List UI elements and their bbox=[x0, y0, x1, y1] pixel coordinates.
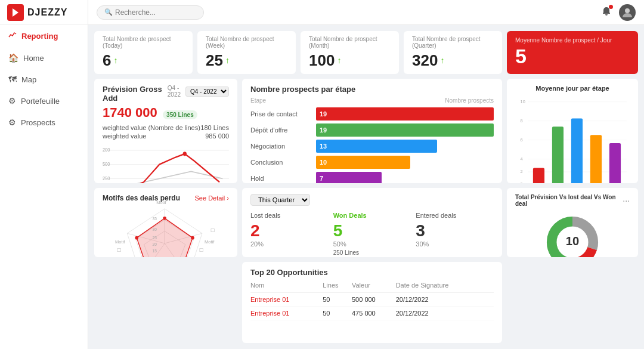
row2: Prévision Gross Add Q4 - 2022 Q4 - 2022 … bbox=[94, 79, 638, 183]
svg-rect-27 bbox=[571, 118, 583, 183]
prevision-title: Prévision Gross Add bbox=[103, 85, 168, 103]
stat-label-week: Total Nombre de prospect (Week) bbox=[206, 36, 287, 49]
radar-chart: Motif Motif Motif Motif Motif bbox=[103, 205, 229, 257]
svg-text:8: 8 bbox=[521, 118, 523, 123]
etape-bar-4: 7 bbox=[316, 172, 382, 183]
user-avatar[interactable] bbox=[619, 4, 636, 21]
spacer-right bbox=[507, 262, 638, 343]
etape-label-1: Dépôt d'offre bbox=[250, 126, 316, 134]
motifs-card: Motifs des deals perdu See Detail › Moti… bbox=[94, 188, 237, 257]
stat-card-today: Total Nombre de prospect (Today) 6 ↑ bbox=[94, 31, 193, 74]
svg-text:10: 10 bbox=[566, 234, 579, 247]
col-valeur: Valeur bbox=[352, 282, 396, 293]
search-box[interactable]: 🔍 bbox=[97, 5, 204, 20]
svg-text:25: 25 bbox=[153, 235, 157, 239]
etape-bar-2: 13 bbox=[316, 140, 437, 153]
svg-point-53 bbox=[135, 236, 138, 240]
prospects-etape-card: Nombre prospects par étape Etape Nombre … bbox=[242, 79, 502, 183]
stat-value-week: 25 ↑ bbox=[206, 51, 287, 70]
svg-text:20: 20 bbox=[153, 242, 157, 246]
row0-valeur: 500 000 bbox=[352, 293, 396, 307]
row1-nom[interactable]: Entreprise 01 bbox=[250, 307, 323, 320]
svg-text:☐: ☐ bbox=[117, 248, 121, 253]
etape-label-3: Conclusion bbox=[250, 159, 316, 166]
sidebar-item-reporting[interactable]: Reporting bbox=[0, 25, 88, 47]
opportunities-title: Top 20 Opportunities bbox=[250, 268, 494, 277]
col-nombre: Nombre prospects bbox=[445, 97, 494, 104]
prevision-card: Prévision Gross Add Q4 - 2022 Q4 - 2022 … bbox=[94, 79, 237, 183]
reporting-icon bbox=[8, 31, 17, 41]
svg-text:15: 15 bbox=[153, 249, 157, 253]
notification-bell[interactable] bbox=[601, 6, 612, 19]
lost-title: Lost deals bbox=[250, 212, 329, 219]
sidebar-item-map[interactable]: 🗺 Map bbox=[0, 69, 88, 90]
donut-chart: 10 bbox=[515, 209, 630, 257]
meta-label-2: weighted value bbox=[103, 132, 146, 140]
portefeuille-icon: ⚙ bbox=[8, 96, 16, 106]
won-pct: 50% bbox=[333, 240, 411, 248]
search-input[interactable] bbox=[115, 8, 199, 17]
svg-text:Motif: Motif bbox=[205, 239, 215, 245]
arrow-up-month: ↑ bbox=[337, 55, 341, 65]
svg-text:500: 500 bbox=[103, 162, 110, 167]
sidebar-item-prospects[interactable]: ⚙ Prospects bbox=[0, 112, 88, 133]
svg-text:0: 0 bbox=[521, 181, 523, 183]
svg-text:☐: ☐ bbox=[199, 248, 203, 253]
svg-rect-29 bbox=[609, 143, 621, 183]
won-title: Won Deals bbox=[333, 212, 411, 219]
svg-marker-0 bbox=[13, 8, 18, 17]
stat-value-quarter: 320 ↑ bbox=[412, 51, 494, 70]
logo-icon bbox=[7, 4, 24, 21]
map-icon: 🗺 bbox=[8, 75, 17, 84]
meta-label-1: weighted value (Nombre de lines) bbox=[103, 124, 200, 131]
row0-date: 20/12/2022 bbox=[396, 293, 494, 307]
sidebar-label-prospects: Prospects bbox=[21, 118, 55, 127]
won-value: 5 bbox=[333, 221, 411, 240]
opportunities-table: Nom Lines Valeur Date de Signature Entre… bbox=[250, 282, 494, 320]
arrow-up-week: ↑ bbox=[225, 55, 230, 65]
stat-value-month: 100 ↑ bbox=[309, 51, 391, 70]
table-row: Entreprise 01 50 475 000 20/12/2022 bbox=[250, 307, 494, 320]
prospects-etape-title: Nombre prospects par étape bbox=[250, 85, 494, 94]
prevision-quarter-label: Q4 - 2022 bbox=[168, 85, 183, 98]
row0-lines: 50 bbox=[323, 293, 352, 307]
row1-valeur: 475 000 bbox=[352, 307, 396, 320]
arrow-up-today: ↑ bbox=[113, 55, 117, 65]
prevision-badge: 350 Lines bbox=[163, 110, 197, 119]
svg-text:Motif: Motif bbox=[115, 239, 125, 245]
deals-period-select[interactable]: This Quarter bbox=[250, 194, 310, 206]
prospects-icon: ⚙ bbox=[8, 118, 16, 127]
etape-row-4: Hold 7 bbox=[250, 172, 494, 183]
prevision-chart: 200 500 250 0 Sep 01 Dec 28 bbox=[103, 143, 229, 183]
donut-menu-icon[interactable]: ··· bbox=[623, 196, 630, 205]
stat-cards-row: Total Nombre de prospect (Today) 6 ↑ Tot… bbox=[94, 31, 638, 74]
stat-card-month: Total Nombre de prospect (Month) 100 ↑ bbox=[301, 31, 399, 74]
etape-label-4: Hold bbox=[250, 175, 316, 182]
etape-bar-3: 10 bbox=[316, 156, 410, 169]
meta-val-1: 180 Lines bbox=[200, 124, 229, 131]
won-extra: 250 Lines 200 000 drd bbox=[333, 248, 411, 257]
table-row: Entreprise 01 50 500 000 20/12/2022 bbox=[250, 293, 494, 307]
stat-label-month: Total Nombre de prospect (Month) bbox=[309, 36, 391, 49]
prevision-value: 1740 000 bbox=[103, 105, 157, 120]
quarter-select[interactable]: Q4 - 2022 bbox=[185, 87, 229, 97]
svg-text:☐: ☐ bbox=[210, 228, 215, 233]
sidebar-label-reporting: Reporting bbox=[21, 32, 58, 41]
stat-label-today: Total Nombre de prospect (Today) bbox=[103, 36, 184, 49]
sidebar-label-portefeuille: Portefeuille bbox=[21, 97, 60, 106]
svg-point-1 bbox=[625, 8, 630, 13]
sidebar-item-home[interactable]: 🏠 Home bbox=[0, 47, 88, 69]
col-nom: Nom bbox=[250, 282, 323, 293]
row0-nom[interactable]: Entreprise 01 bbox=[250, 293, 323, 307]
moyenne-etape-card: Moyenne jour par étape 10 8 6 4 2 0 bbox=[507, 79, 638, 183]
svg-text:4: 4 bbox=[521, 156, 523, 162]
meta-val-2: 985 000 bbox=[205, 132, 229, 140]
sidebar-item-portefeuille[interactable]: ⚙ Portefeuille bbox=[0, 90, 88, 112]
stat-card-week: Total Nombre de prospect (Week) 25 ↑ bbox=[197, 31, 296, 74]
donut-title: Total Prévision Vs lost deal Vs Won deal bbox=[515, 194, 623, 207]
svg-text:5: 5 bbox=[153, 257, 155, 257]
etape-label-2: Négociation bbox=[250, 143, 316, 150]
svg-text:Motif: Motif bbox=[156, 200, 166, 205]
entered-value: 3 bbox=[416, 221, 494, 240]
svg-point-10 bbox=[183, 152, 187, 156]
